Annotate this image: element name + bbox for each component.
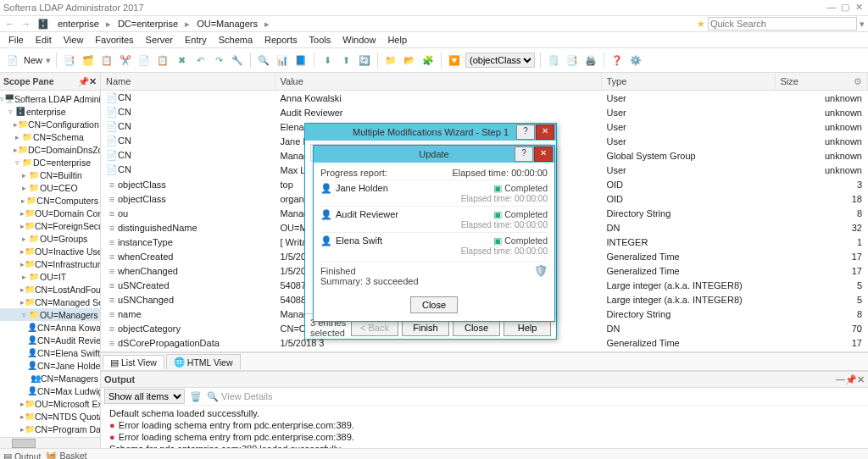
menu-edit[interactable]: Edit xyxy=(31,34,57,46)
filter-icon[interactable]: 🔽 xyxy=(447,53,462,68)
menu-view[interactable]: View xyxy=(58,34,89,46)
tree-item[interactable]: ▸📁CN=ForeignSecurityPrincipals xyxy=(0,219,100,232)
tree-item[interactable]: ▸📁OU=CEO xyxy=(0,181,100,194)
grid-row[interactable]: 📄CNAnna KowalskiUserunknown xyxy=(101,91,868,106)
tool-icon[interactable]: ❓ xyxy=(609,53,625,68)
tree-item[interactable]: ▸📁OU=Groups xyxy=(0,232,100,245)
crumb-2[interactable]: OU=Managers xyxy=(193,18,261,30)
menu-schema[interactable]: Schema xyxy=(214,34,258,46)
close-icon[interactable]: ✕ xyxy=(534,147,553,162)
tool-icon[interactable]: 📑 xyxy=(565,53,580,68)
crumb-0[interactable]: enterprise xyxy=(54,18,103,30)
minimize-icon[interactable]: — xyxy=(836,374,845,384)
delete-icon[interactable]: ✖ xyxy=(174,53,189,68)
undo-icon[interactable]: ↶ xyxy=(192,53,208,68)
tool-icon[interactable]: 🗂️ xyxy=(81,53,96,68)
tree-item[interactable]: ▸📁CN=Builtin xyxy=(0,169,100,181)
menu-file[interactable]: File xyxy=(3,34,29,46)
back-button[interactable]: ← xyxy=(3,19,16,29)
tool-icon[interactable]: 📑 xyxy=(62,53,77,68)
menu-server[interactable]: Server xyxy=(141,34,178,46)
paste-icon[interactable]: 📋 xyxy=(155,53,170,68)
pin-icon[interactable]: 📌 xyxy=(845,374,857,385)
tool-icon[interactable]: 🔄 xyxy=(357,53,372,68)
tree-item[interactable]: ▿📁DC=enterprise xyxy=(0,156,100,169)
filter-combo[interactable]: (objectClass=*) xyxy=(465,53,535,68)
tree-item[interactable]: 👥CN=Managers xyxy=(0,372,100,384)
gear-icon[interactable]: ⚙ xyxy=(854,76,862,87)
output-filter[interactable]: Show all items xyxy=(104,389,185,404)
close-icon[interactable]: ✕ xyxy=(857,374,865,385)
scope-tree[interactable]: ▿🖥️Softerra LDAP Administrator ▿🗄️enterp… xyxy=(0,91,100,437)
tree-item[interactable]: ▸📁CN=Managed Service Accounts xyxy=(0,296,100,308)
close-icon[interactable]: ✕ xyxy=(853,2,865,14)
new-button[interactable]: 📄 xyxy=(5,53,20,68)
menu-reports[interactable]: Reports xyxy=(259,34,303,46)
col-type[interactable]: Type xyxy=(601,73,775,91)
col-value[interactable]: Value xyxy=(275,73,601,91)
tree-root[interactable]: Softerra LDAP Administrator xyxy=(14,94,100,104)
crumb-1[interactable]: DC=enterprise xyxy=(114,18,181,30)
tree-item[interactable]: ▸📁OU=Microsoft Exchange Security xyxy=(0,397,100,410)
tree-item[interactable]: 👤CN=Max Ludwig xyxy=(0,384,100,397)
tree-item[interactable]: ▸📁CN=Computers xyxy=(0,194,100,207)
col-size[interactable]: Size⚙ xyxy=(775,73,868,91)
tool-icon[interactable]: ⬇ xyxy=(320,53,335,68)
tree-item[interactable]: ▸📁DC=DomainDnsZones xyxy=(0,143,100,156)
tree-item[interactable]: 👤CN=Anna Kowalski xyxy=(0,321,100,334)
tool-icon[interactable]: 📘 xyxy=(293,53,309,68)
finish-button[interactable]: Finish xyxy=(402,319,449,336)
close-button[interactable]: Close xyxy=(453,319,500,336)
tree-item[interactable]: ▿📁OU=Managers xyxy=(0,308,100,321)
clear-icon[interactable]: 🗑️ xyxy=(190,391,202,402)
close-button[interactable]: Close xyxy=(410,296,458,313)
favorite-icon[interactable]: ★ xyxy=(697,19,705,29)
redo-icon[interactable]: ↷ xyxy=(211,53,226,68)
tool-icon[interactable]: 📁 xyxy=(383,53,398,68)
quick-search-input[interactable] xyxy=(708,17,857,30)
tree-item[interactable]: ▸📁CN=Infrastructure xyxy=(0,257,100,270)
tab-html-view[interactable]: 🌐HTML View xyxy=(166,354,241,369)
tree-item[interactable]: ▸📁OU=Domain Controllers xyxy=(0,207,100,219)
tool-icon[interactable]: 📂 xyxy=(402,53,417,68)
menu-window[interactable]: Window xyxy=(337,34,381,46)
tree-item[interactable]: ▸📁CN=Schema xyxy=(0,130,100,143)
grid-row[interactable]: ≡dSCorePropagationData1/5/2018 3Generali… xyxy=(101,350,868,352)
copy-icon[interactable]: 📄 xyxy=(136,53,152,68)
cut-icon[interactable]: ✂️ xyxy=(118,53,133,68)
tab-output[interactable]: ▤ Output xyxy=(3,451,41,460)
tree-item[interactable]: ▸📁CN=Program Data xyxy=(0,423,100,435)
new-label[interactable]: New xyxy=(24,55,42,65)
tree-item[interactable]: ▸📁CN=Configuration xyxy=(0,118,100,130)
view-details-button[interactable]: 🔍 View Details xyxy=(207,391,272,402)
menu-help[interactable]: Help xyxy=(382,34,412,46)
pin-icon[interactable]: 📌 xyxy=(78,76,89,87)
tree-item[interactable]: 👤CN=Jane Holden xyxy=(0,359,100,372)
tool-icon[interactable]: 📊 xyxy=(275,53,290,68)
tree-item[interactable]: ▸📁CN=LostAndFound xyxy=(0,283,100,296)
tree-item[interactable]: ▸📁CN=NTDS Quotas xyxy=(0,410,100,423)
help-button[interactable]: Help xyxy=(504,319,551,336)
tool-icon[interactable]: 🗒️ xyxy=(546,53,561,68)
close-icon[interactable]: ✕ xyxy=(89,76,97,86)
maximize-icon[interactable]: ▢ xyxy=(839,2,851,14)
server-icon[interactable]: 🗄️ xyxy=(36,19,51,30)
tool-icon[interactable]: ⚙️ xyxy=(628,53,643,68)
grid-row[interactable]: 📄CNAudit ReviewerUserunknown xyxy=(101,105,868,119)
tool-icon[interactable]: 🖨️ xyxy=(583,53,598,68)
menu-entry[interactable]: Entry xyxy=(180,34,212,46)
tab-basket[interactable]: 🧺 Basket xyxy=(46,451,86,459)
col-name[interactable]: Name xyxy=(101,73,275,91)
menu-favorites[interactable]: Favorites xyxy=(90,34,138,46)
tree-item[interactable]: ▸📁OU=IT xyxy=(0,270,100,283)
tool-icon[interactable]: 🔍 xyxy=(256,53,271,68)
help-icon[interactable]: ? xyxy=(516,124,535,140)
tab-list-view[interactable]: ▤List View xyxy=(103,355,164,369)
tool-icon[interactable]: 📋 xyxy=(99,53,114,68)
tool-icon[interactable]: ⬆ xyxy=(338,53,353,68)
close-icon[interactable]: ✕ xyxy=(536,124,554,140)
tree-item[interactable]: ▿🗄️enterprise xyxy=(0,105,100,118)
help-icon[interactable]: ? xyxy=(515,147,533,162)
tree-item[interactable]: 👤CN=Audit Reviewer xyxy=(0,334,100,346)
tool-icon[interactable]: 🧩 xyxy=(420,53,436,68)
